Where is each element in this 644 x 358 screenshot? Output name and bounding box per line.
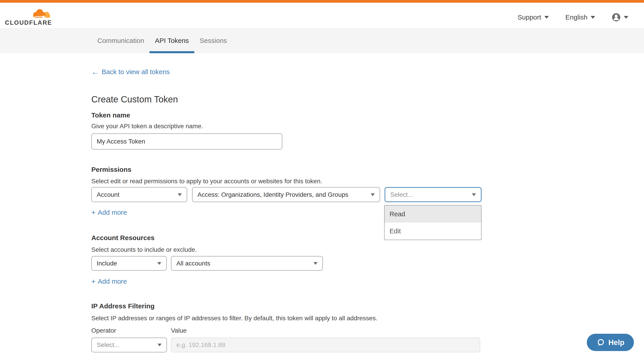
support-label: Support [518,14,541,21]
tab-communication[interactable]: Communication [92,28,150,53]
ip-filtering-heading: IP Address Filtering [91,302,154,310]
language-label: English [566,14,588,21]
app-header: CLOUDFLARE Support English [0,3,644,28]
account-resources-description: Select accounts to include or exclude. [91,246,197,253]
chevron-down-icon [371,193,375,196]
page-title: Create Custom Token [91,94,178,104]
tab-sessions[interactable]: Sessions [194,28,232,53]
back-to-tokens-link[interactable]: ← Back to view all tokens [91,68,170,76]
token-name-heading: Token name [91,111,130,119]
brand-accent-bar [0,0,644,3]
language-menu[interactable]: English [566,14,595,21]
permission-resource-value: Access: Organizations, Identity Provider… [198,191,348,198]
chat-bubble-icon [596,338,605,347]
token-name-input[interactable] [91,133,282,150]
ip-filtering-description: Select IP addresses or ranges of IP addr… [91,315,378,322]
account-scope-select[interactable]: All accounts [171,256,323,271]
chevron-down-icon [590,16,595,19]
profile-tab-bar: Communication API Tokens Sessions [0,28,644,53]
ip-operator-placeholder: Select... [97,341,120,348]
account-menu[interactable] [612,13,628,22]
support-menu[interactable]: Support [518,14,549,21]
account-scope-value: All accounts [176,260,210,267]
permission-scope-select[interactable]: Account [91,187,187,202]
chevron-down-icon [157,262,161,265]
dropdown-option-edit[interactable]: Edit [384,223,481,240]
token-name-description: Give your API token a descriptive name. [91,123,203,130]
dropdown-option-read[interactable]: Read [384,205,481,223]
plus-icon: + [91,278,96,285]
plus-icon: + [91,209,96,216]
header-menus: Support English [518,11,628,23]
permission-scope-value: Account [97,191,120,198]
account-include-value: Include [97,260,117,267]
account-resources-add-more-link[interactable]: + Add more [91,278,127,285]
back-link-label: Back to view all tokens [102,68,170,76]
add-more-label: Add more [98,278,127,285]
user-avatar-icon [612,13,621,22]
chevron-down-icon [314,262,318,265]
help-button[interactable]: Help [587,334,634,351]
tab-api-tokens[interactable]: API Tokens [150,28,194,53]
chevron-down-icon [624,16,628,19]
chevron-down-icon [544,16,549,19]
chevron-down-icon [158,344,162,346]
value-label: Value [171,327,187,334]
account-include-select[interactable]: Include [91,256,167,271]
cloudflare-wordmark: CLOUDFLARE [5,19,53,26]
account-resources-heading: Account Resources [91,234,154,242]
help-label: Help [608,338,624,347]
permissions-description: Select edit or read permissions to apply… [91,178,322,185]
cloudflare-logo[interactable]: CLOUDFLARE [5,5,53,26]
ip-value-input[interactable] [171,337,480,352]
operator-label: Operator [91,327,116,334]
cloudflare-cloud-icon [29,8,53,20]
permission-level-select[interactable]: Select... [384,187,482,202]
add-more-label: Add more [98,209,127,216]
ip-operator-select[interactable]: Select... [91,337,167,352]
permissions-add-more-link[interactable]: + Add more [91,209,127,216]
back-arrow-icon: ← [91,68,99,76]
permission-level-placeholder: Select... [390,191,413,198]
permissions-heading: Permissions [91,166,131,173]
permission-level-dropdown: Read Edit [384,205,482,240]
permission-resource-select[interactable]: Access: Organizations, Identity Provider… [192,187,380,202]
chevron-down-icon [178,193,182,196]
chevron-down-icon [472,193,476,196]
